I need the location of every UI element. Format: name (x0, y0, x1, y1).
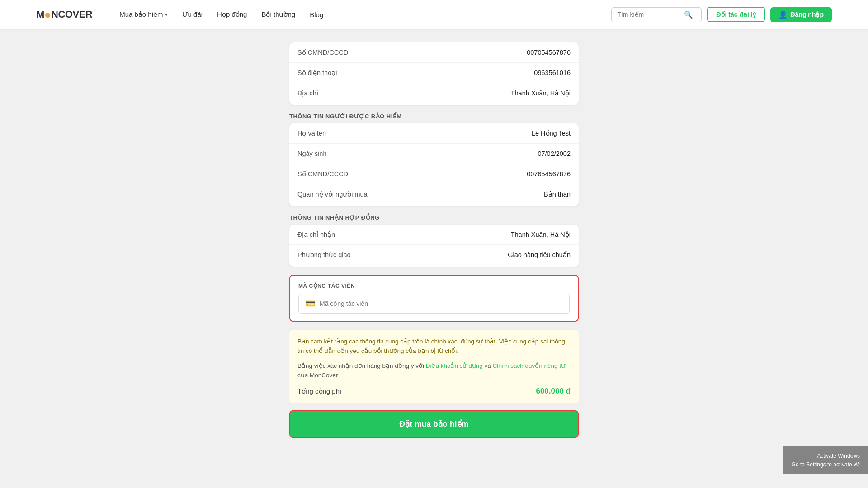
contract-delivery-label: Phương thức giao (297, 251, 351, 258)
search-icon: 🔍 (684, 10, 693, 19)
buyer-phone-value: 0963561016 (534, 69, 571, 76)
contract-address-value: Thanh Xuân, Hà Nội (511, 231, 571, 238)
ctv-section: MÃ CỘNG TÁC VIÊN 💳 (289, 275, 579, 322)
chevron-down-icon: ▾ (165, 12, 168, 18)
insured-cmnd-value: 007654567876 (527, 170, 571, 178)
insured-cmnd-label: Số CMND/CCCD (297, 170, 348, 178)
contract-address-label: Địa chỉ nhận (297, 231, 335, 238)
contract-info-card: Địa chỉ nhận Thanh Xuân, Hà Nội Phương t… (289, 225, 579, 267)
insured-relation-row: Quan hệ với người mua Bản thân (289, 184, 579, 204)
logo[interactable]: M●NCOVER (36, 8, 92, 22)
buyer-address-label: Địa chỉ (297, 89, 318, 97)
contract-section-title: THÔNG TIN NHẬN HỢP ĐỒNG (289, 214, 579, 221)
main-content: Số CMND/CCCD 007054567876 Số điện thoại … (0, 29, 868, 488)
buyer-phone-label: Số điện thoại (297, 69, 337, 76)
insured-info-card: Họ và tên Lê Hồng Test Ngày sinh 07/02/2… (289, 123, 579, 206)
buyer-cmnd-value: 007054567876 (527, 49, 571, 56)
buyer-address-value: Thanh Xuân, Hà Nội (511, 89, 571, 97)
contract-address-row: Địa chỉ nhận Thanh Xuân, Hà Nội (289, 225, 579, 245)
contract-delivery-row: Phương thức giao Giao hàng tiêu chuẩn (289, 245, 579, 265)
ctv-input-wrapper[interactable]: 💳 (298, 294, 570, 314)
search-input[interactable] (617, 11, 680, 18)
nav-boi-thuong[interactable]: Bồi thường (261, 10, 295, 19)
main-nav: Mua bảo hiểm ▾ Ưu đãi Hợp đồng Bồi thườn… (119, 10, 593, 19)
insured-dob-value: 07/02/2002 (538, 150, 571, 157)
nav-uu-dai[interactable]: Ưu đãi (182, 10, 203, 19)
ctv-input[interactable] (320, 300, 563, 307)
insured-name-row: Họ và tên Lê Hồng Test (289, 123, 579, 144)
total-row: Tổng cộng phí 600.000 đ (297, 387, 571, 396)
buy-button[interactable]: Đặt mua bảo hiểm (290, 411, 578, 437)
buyer-cmnd-row: Số CMND/CCCD 007054567876 (289, 42, 579, 63)
buy-button-wrapper: Đặt mua bảo hiểm (289, 410, 579, 438)
login-button[interactable]: 👤 Đăng nhập (770, 7, 832, 22)
insured-cmnd-row: Số CMND/CCCD 007654567876 (289, 164, 579, 184)
content-wrapper: Số CMND/CCCD 007054567876 Số điện thoại … (289, 42, 579, 461)
disclaimer-box: Bạn cam kết rằng các thông tin cung cấp … (289, 330, 579, 403)
insured-section-title: THÔNG TIN NGƯỜI ĐƯỢC BẢO HIỂM (289, 113, 579, 120)
total-price: 600.000 đ (536, 387, 571, 396)
person-icon: 👤 (778, 10, 788, 19)
partner-button[interactable]: Đối tác đại lý (707, 7, 765, 22)
insured-relation-value: Bản thân (544, 191, 571, 198)
buyer-info-card: Số CMND/CCCD 007054567876 Số điện thoại … (289, 42, 579, 105)
header-actions: 🔍 Đối tác đại lý 👤 Đăng nhập (611, 7, 832, 22)
buyer-phone-row: Số điện thoại 0963561016 (289, 63, 579, 83)
header: M●NCOVER Mua bảo hiểm ▾ Ưu đãi Hợp đồng … (0, 0, 868, 29)
insured-name-value: Lê Hồng Test (532, 130, 571, 137)
nav-blog[interactable]: Blog (310, 11, 323, 19)
buyer-address-row: Địa chỉ Thanh Xuân, Hà Nội (289, 83, 579, 103)
buyer-cmnd-label: Số CMND/CCCD (297, 49, 348, 56)
nav-mua-bao-hiem[interactable]: Mua bảo hiểm ▾ (119, 10, 167, 19)
insured-dob-label: Ngày sinh (297, 150, 326, 157)
card-icon: 💳 (305, 299, 315, 309)
search-box[interactable]: 🔍 (611, 7, 702, 22)
insured-relation-label: Quan hệ với người mua (297, 191, 368, 198)
insured-name-label: Họ và tên (297, 130, 326, 137)
contract-delivery-value: Giao hàng tiêu chuẩn (508, 251, 571, 258)
privacy-link[interactable]: Chính sách quyền riêng tư (492, 362, 565, 369)
disclaimer-warning: Bạn cam kết rằng các thông tin cung cấp … (297, 337, 571, 356)
insured-dob-row: Ngày sinh 07/02/2002 (289, 144, 579, 164)
nav-hop-dong[interactable]: Hợp đồng (217, 10, 247, 19)
terms-link[interactable]: Điều khoản sử dụng (426, 362, 483, 369)
total-label: Tổng cộng phí (297, 387, 341, 395)
disclaimer-agree: Bằng việc xác nhận đơn hàng bạn đồng ý v… (297, 361, 571, 380)
ctv-title: MÃ CỘNG TÁC VIÊN (298, 283, 570, 289)
